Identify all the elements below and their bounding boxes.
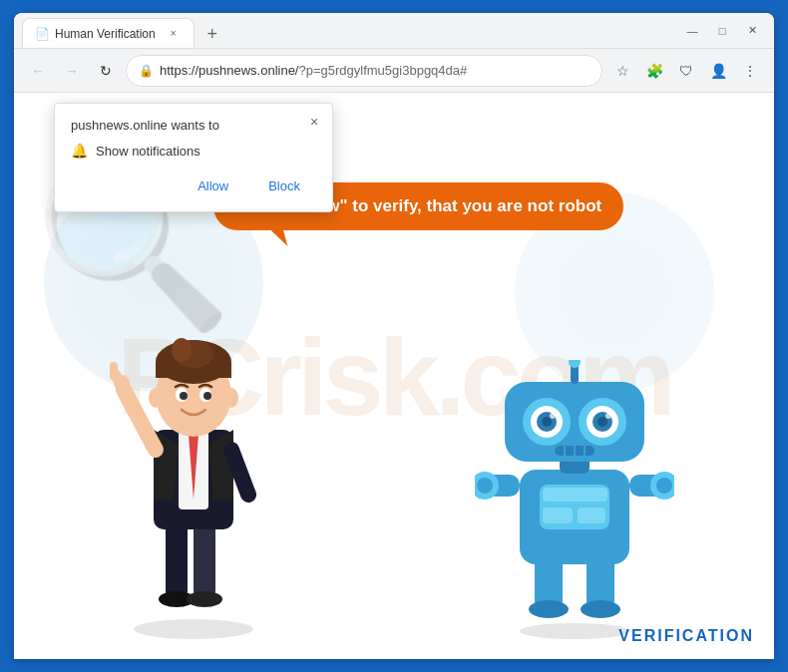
svg-rect-1 (166, 519, 188, 599)
svg-point-52 (550, 413, 556, 419)
address-bar[interactable]: 🔒 https://pushnews.online/?p=g5rdgylfmu5… (126, 55, 602, 87)
svg-point-38 (477, 478, 493, 494)
svg-point-30 (581, 600, 620, 618)
block-button[interactable]: Block (252, 172, 316, 199)
url-text: https://pushnews.online/?p=g5rdgylfmu5gi… (160, 63, 590, 78)
svg-point-26 (520, 623, 629, 639)
active-tab[interactable]: 📄 Human Verification × (22, 18, 195, 48)
svg-rect-35 (578, 507, 605, 523)
page-content: PCrisk.com 🔍 pushnews.online wants to × … (14, 93, 774, 659)
popup-notification-row: 🔔 Show notifications (71, 143, 316, 159)
shield-icon[interactable]: 🛡 (672, 57, 700, 85)
svg-point-29 (529, 600, 569, 618)
back-button[interactable]: ← (24, 57, 52, 85)
svg-point-50 (542, 417, 552, 427)
popup-close-button[interactable]: × (304, 112, 324, 132)
popup-buttons: Allow Block (71, 172, 316, 199)
maximize-button[interactable]: □ (708, 17, 736, 45)
profile-icon[interactable]: 👤 (704, 57, 732, 85)
bell-icon: 🔔 (71, 143, 88, 159)
tab-page-icon: 📄 (35, 27, 49, 41)
svg-rect-33 (543, 488, 607, 502)
verification-text: VERIFICATION (618, 627, 754, 645)
allow-button[interactable]: Allow (182, 172, 244, 199)
svg-point-41 (656, 478, 672, 494)
robot-character (475, 360, 674, 639)
svg-point-22 (149, 388, 163, 408)
forward-button[interactable]: → (58, 57, 86, 85)
svg-rect-25 (110, 362, 118, 380)
svg-line-12 (231, 450, 248, 495)
lock-icon: 🔒 (139, 64, 154, 78)
window-controls: — □ ✕ (678, 17, 766, 45)
extensions-icon[interactable]: 🧩 (640, 57, 668, 85)
browser-window: 📄 Human Verification × + — □ ✕ ← → ↻ 🔒 h… (14, 13, 774, 659)
menu-icon[interactable]: ⋮ (736, 57, 764, 85)
new-tab-button[interactable]: + (198, 20, 226, 48)
title-bar: 📄 Human Verification × + — □ ✕ (14, 13, 774, 49)
svg-rect-34 (543, 507, 573, 523)
tab-title: Human Verification (55, 27, 156, 41)
man-character (94, 300, 293, 639)
notification-popup: pushnews.online wants to × 🔔 Show notifi… (54, 103, 333, 212)
svg-rect-2 (194, 519, 215, 599)
svg-point-21 (203, 392, 211, 400)
popup-title: pushnews.online wants to (71, 118, 296, 133)
svg-point-51 (597, 417, 607, 427)
bookmark-icon[interactable]: ☆ (608, 57, 636, 85)
svg-point-53 (605, 413, 611, 419)
svg-point-55 (569, 360, 581, 368)
close-button[interactable]: ✕ (738, 17, 766, 45)
nav-icons-right: ☆ 🧩 🛡 👤 ⋮ (608, 57, 764, 85)
nav-bar: ← → ↻ 🔒 https://pushnews.online/?p=g5rdg… (14, 49, 774, 93)
svg-point-4 (187, 591, 222, 607)
refresh-button[interactable]: ↻ (92, 57, 120, 85)
svg-point-0 (134, 619, 253, 639)
minimize-button[interactable]: — (678, 17, 706, 45)
tab-close-button[interactable]: × (166, 26, 182, 42)
svg-point-23 (224, 388, 238, 408)
svg-point-17 (172, 338, 192, 362)
notification-label: Show notifications (96, 144, 200, 159)
svg-point-20 (180, 392, 188, 400)
tabs-area: 📄 Human Verification × + (22, 13, 678, 48)
